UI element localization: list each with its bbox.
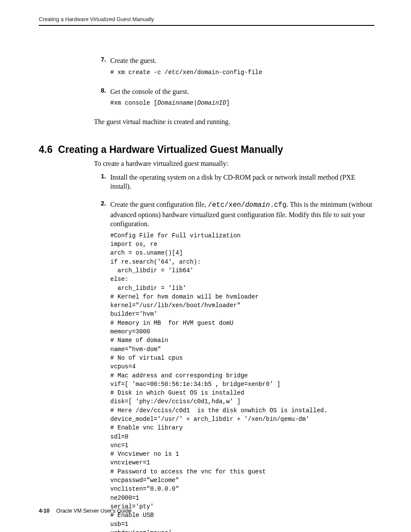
list-item: 2. Create the guest configuration file, … <box>94 200 374 532</box>
ordered-list-continued: 7. Create the guest. # xm create -c /etc… <box>94 56 374 112</box>
code-prefix: #xm console [ <box>110 100 157 106</box>
section-title: Creating a Hardware Virtualized Guest Ma… <box>58 144 283 155</box>
section-intro: To create a hardware virtualized guest m… <box>94 160 374 168</box>
code-suffix: ] <box>226 100 230 106</box>
code-block: #xm console [Domainname|DomainID] <box>110 99 374 107</box>
page-footer: 4-10 Oracle VM Server User's Guide <box>39 508 131 514</box>
list-item: 7. Create the guest. # xm create -c /etc… <box>94 56 374 81</box>
list-item: 1. Install the operating system on a dis… <box>94 173 374 194</box>
page: Creating a Hardware Virtualized Guest Ma… <box>0 0 411 532</box>
book-title: Oracle VM Server User's Guide <box>56 508 132 514</box>
list-marker: 8. <box>94 87 110 94</box>
code-block: #Config File for Full virtualization imp… <box>110 231 374 532</box>
text-a: Create the guest configuration file, <box>110 201 208 208</box>
list-marker: 2. <box>94 200 110 207</box>
path-variable: domain <box>245 201 270 209</box>
path-suffix: .cfg <box>270 201 286 209</box>
step-text: Create the guest. <box>110 56 374 65</box>
list-item: 8. Get the console of the guest. #xm con… <box>94 87 374 112</box>
step-text: Get the console of the guest. <box>110 87 374 96</box>
running-header: Creating a Hardware Virtualized Guest Ma… <box>39 16 374 26</box>
page-content: 7. Create the guest. # xm create -c /etc… <box>39 26 374 532</box>
path-prefix: /etc/xen/ <box>208 201 245 209</box>
section-number: 4.6 <box>39 144 53 155</box>
list-marker: 1. <box>94 173 110 180</box>
code-args: Domainname|DomainID <box>157 100 226 106</box>
section-heading: 4.6 Creating a Hardware Virtualized Gues… <box>39 144 374 156</box>
page-number: 4-10 <box>39 508 50 514</box>
list-body: Create the guest configuration file, /et… <box>110 200 374 532</box>
footer-separator <box>50 508 56 514</box>
list-marker: 7. <box>94 56 110 63</box>
ordered-list: 1. Install the operating system on a dis… <box>94 173 374 532</box>
list-body: Get the console of the guest. #xm consol… <box>110 87 374 112</box>
closing-paragraph: The guest virtual machine is created and… <box>94 118 374 126</box>
step-text: Install the operating system on a disk b… <box>110 173 374 191</box>
list-body: Create the guest. # xm create -c /etc/xe… <box>110 56 374 81</box>
step-text: Create the guest configuration file, /et… <box>110 200 374 229</box>
list-body: Install the operating system on a disk b… <box>110 173 374 194</box>
code-block: # xm create -c /etc/xen/domain-config-fi… <box>110 68 374 77</box>
